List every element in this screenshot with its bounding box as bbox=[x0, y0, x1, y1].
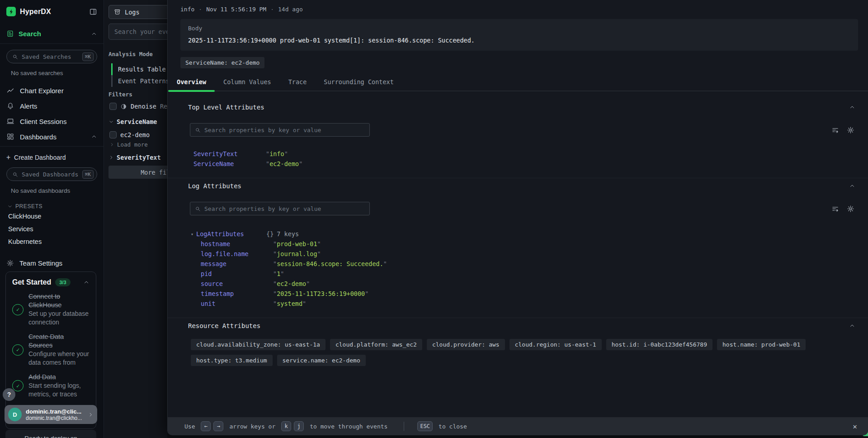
sidebar-item-team-settings[interactable]: Team Settings bbox=[0, 259, 104, 267]
checklist-item[interactable]: ✓ Connect to ClickHouse Set up your data… bbox=[12, 292, 90, 327]
sidebar: HyperDX Search ⌘K No saved searches bbox=[0, 0, 104, 438]
saved-dashboards-input[interactable]: ⌘K bbox=[6, 167, 97, 181]
avatar: D bbox=[8, 408, 22, 421]
properties-search-box[interactable] bbox=[190, 202, 370, 215]
sidebar-item-dashboards[interactable]: Dashboards bbox=[0, 129, 104, 144]
chevron-up-icon[interactable] bbox=[83, 279, 90, 286]
wrap-lines-icon[interactable] bbox=[831, 205, 839, 213]
body-text: 2025-11-11T23:56:19+0000 prod-web-01 sys… bbox=[188, 37, 850, 44]
load-more-link[interactable]: Load more bbox=[109, 141, 148, 148]
collapse-section-icon[interactable] bbox=[849, 323, 855, 329]
attribute-key[interactable]: timestamp bbox=[201, 290, 273, 297]
saved-dashboards-field[interactable] bbox=[22, 171, 79, 178]
event-search-input[interactable] bbox=[114, 28, 167, 35]
denoise-checkbox[interactable] bbox=[109, 103, 117, 110]
filter-option-ec2-demo[interactable]: ec2-demo bbox=[109, 131, 150, 138]
tab-trace[interactable]: Trace bbox=[280, 74, 316, 90]
resource-chip[interactable]: service.name: ec2-demo bbox=[277, 355, 366, 366]
checklist-item[interactable]: ✓ Add Data Start sending logs, metrics, … bbox=[12, 373, 90, 399]
more-filters-button[interactable]: More filters bbox=[108, 166, 167, 179]
attribute-key[interactable]: SeverityText bbox=[193, 150, 266, 157]
k-keycap: k bbox=[281, 421, 291, 431]
help-button[interactable]: ? bbox=[3, 388, 15, 401]
resource-chips: cloud.availability_zone: us-east-1a clou… bbox=[191, 339, 855, 366]
laptop-icon bbox=[6, 117, 14, 125]
saved-searches-field[interactable] bbox=[22, 53, 79, 60]
preset-clickhouse[interactable]: ClickHouse bbox=[0, 210, 104, 222]
wrap-lines-icon[interactable] bbox=[831, 126, 839, 134]
resource-chip[interactable]: cloud.provider: aws bbox=[427, 339, 505, 350]
resource-chip[interactable]: cloud.region: us-east-1 bbox=[509, 339, 602, 350]
attribute-key[interactable]: message bbox=[201, 260, 273, 267]
resource-chip[interactable]: host.name: prod-web-01 bbox=[717, 339, 806, 350]
gear-icon[interactable] bbox=[847, 205, 854, 213]
attribute-value[interactable]: session-846.scope: Succeeded. bbox=[273, 260, 387, 267]
attribute-key[interactable]: source bbox=[201, 280, 273, 287]
tab-surrounding-context[interactable]: Surrounding Context bbox=[315, 74, 402, 90]
event-body-card: Body 2025-11-11T23:56:19+0000 prod-web-0… bbox=[180, 19, 858, 51]
key-count: 7 keys bbox=[277, 230, 299, 238]
create-dashboard-button[interactable]: + Create Dashboard bbox=[0, 153, 104, 162]
resource-chip[interactable]: host.id: i-0abc123def456789 bbox=[606, 339, 712, 350]
filter-group-servicename[interactable]: ServiceName bbox=[108, 118, 157, 125]
tab-overview[interactable]: Overview bbox=[168, 74, 215, 90]
resource-chip[interactable]: cloud.availability_zone: us-east-1a bbox=[191, 339, 326, 350]
hyperdx-logo-icon bbox=[6, 7, 16, 16]
sidebar-item-search[interactable]: Search bbox=[0, 30, 104, 44]
attribute-key[interactable]: hostname bbox=[201, 240, 273, 248]
resource-chip[interactable]: host.type: t3.medium bbox=[191, 355, 273, 366]
sidebar-collapse-icon[interactable] bbox=[89, 8, 97, 16]
sidebar-item-alerts[interactable]: Alerts bbox=[0, 98, 104, 114]
log-attributes-root-row: ▾ LogAttributes {} 7 keys bbox=[191, 229, 855, 239]
j-keycap: j bbox=[294, 421, 304, 431]
braces-icon: {} bbox=[266, 230, 274, 238]
attribute-row: hostname prod-web-01 bbox=[201, 239, 855, 249]
chevron-up-icon[interactable] bbox=[91, 31, 97, 37]
attribute-value[interactable]: prod-web-01 bbox=[273, 240, 321, 248]
event-search-box[interactable] bbox=[108, 24, 167, 40]
attribute-key[interactable]: LogAttributes bbox=[196, 230, 266, 238]
shortcut-badge: ⌘K bbox=[82, 170, 94, 179]
presets-toggle[interactable]: PRESETS bbox=[7, 203, 97, 209]
attribute-value[interactable]: ec2-demo bbox=[273, 280, 310, 287]
attribute-key[interactable]: log.file.name bbox=[201, 250, 273, 257]
attribute-key[interactable]: ServiceName bbox=[193, 160, 266, 167]
attribute-key[interactable]: unit bbox=[201, 300, 273, 307]
checklist-item[interactable]: ✓ Create Data Sources Configure where yo… bbox=[12, 333, 90, 367]
arrow-left-keycap: ← bbox=[201, 421, 211, 431]
ec2-demo-checkbox[interactable] bbox=[109, 131, 117, 138]
attribute-value[interactable]: 1 bbox=[273, 270, 284, 277]
collapse-section-icon[interactable] bbox=[849, 183, 855, 189]
attribute-row: unit systemd bbox=[201, 299, 855, 309]
mode-results-table[interactable]: Results Table bbox=[111, 63, 167, 75]
caret-down-icon[interactable]: ▾ bbox=[191, 232, 196, 237]
chart-icon bbox=[6, 86, 14, 95]
preset-kubernetes[interactable]: Kubernetes bbox=[0, 236, 104, 248]
properties-search-box[interactable] bbox=[190, 123, 370, 137]
close-icon[interactable]: ✕ bbox=[853, 422, 857, 431]
service-name-tag[interactable]: ServiceName: ec2-demo bbox=[180, 57, 264, 68]
attribute-value[interactable]: info bbox=[266, 150, 288, 157]
preset-services[interactable]: Services bbox=[0, 223, 104, 235]
properties-search-input[interactable] bbox=[204, 205, 365, 212]
source-selector-button[interactable]: Logs bbox=[108, 5, 167, 19]
sidebar-item-client-sessions[interactable]: Client Sessions bbox=[0, 114, 104, 129]
attribute-value[interactable]: journal.log bbox=[273, 250, 321, 257]
collapse-section-icon[interactable] bbox=[849, 104, 855, 110]
denoise-filter-row[interactable]: Denoise Results bbox=[109, 103, 167, 110]
saved-searches-input[interactable]: ⌘K bbox=[6, 50, 97, 63]
resource-chip[interactable]: cloud.platform: aws_ec2 bbox=[330, 339, 422, 350]
attribute-value[interactable]: 2025-11-11T23:56:19+0000 bbox=[273, 290, 368, 297]
chevron-up-icon[interactable] bbox=[91, 133, 97, 140]
properties-search-input[interactable] bbox=[204, 127, 365, 133]
mode-event-patterns[interactable]: Event Patterns bbox=[111, 75, 167, 87]
tab-column-values[interactable]: Column Values bbox=[215, 74, 280, 90]
sidebar-item-chart-explorer[interactable]: Chart Explorer bbox=[0, 83, 104, 98]
attribute-value[interactable]: systemd bbox=[273, 300, 306, 307]
attribute-value[interactable]: ec2-demo bbox=[266, 160, 302, 167]
gear-icon[interactable] bbox=[847, 126, 854, 134]
gear-icon bbox=[6, 259, 14, 267]
attribute-key[interactable]: pid bbox=[201, 270, 273, 277]
filter-group-severitytext[interactable]: SeverityText bbox=[108, 154, 161, 161]
user-menu[interactable]: D dominic.tran@clic... dominic.tran@clic… bbox=[5, 405, 97, 424]
